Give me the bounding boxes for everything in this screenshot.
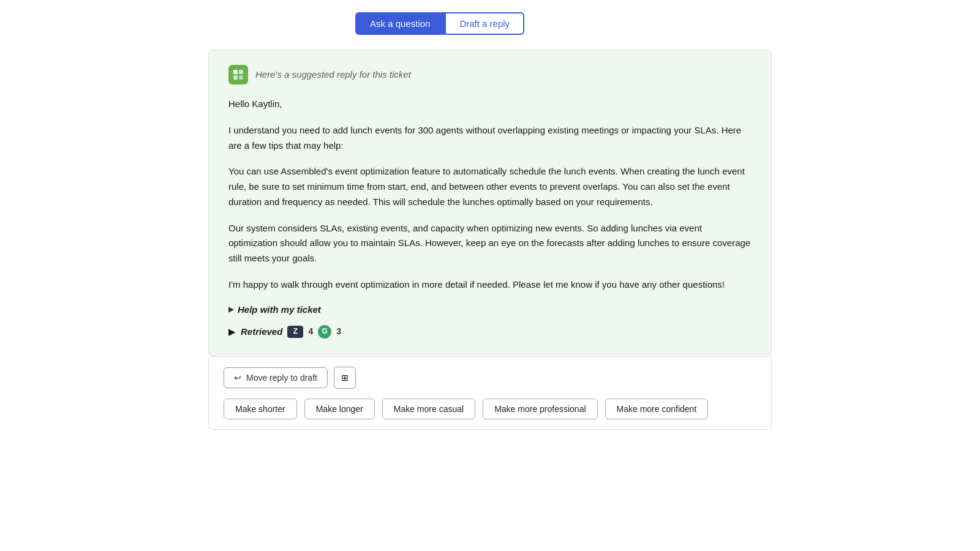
help-section[interactable]: ▶ Help with my ticket [228,302,752,317]
svg-rect-2 [233,75,238,80]
reply-paragraph-1: I understand you need to add lunch event… [228,123,752,154]
reply-paragraph-3: Our system considers SLAs, existing even… [228,221,752,266]
make-shorter-button[interactable]: Make shorter [224,399,297,419]
make-casual-button[interactable]: Make more casual [382,399,475,419]
svg-rect-0 [233,70,238,74]
retrieved-section[interactable]: ▶ Retrieved Z 4 G 3 [228,324,752,339]
action-bar: ↩ Move reply to draft ⊞ Make shorter Mak… [208,357,772,430]
svg-rect-3 [239,75,243,80]
move-reply-to-draft-button[interactable]: ↩ Move reply to draft [224,367,328,388]
badge-guru: G [318,325,331,339]
badge-zendesk: Z [287,326,303,338]
card-header-text: Here's a suggested reply for this ticket [255,67,411,82]
make-longer-button[interactable]: Make longer [304,399,375,419]
tab-draft-reply[interactable]: Draft a reply [445,12,524,35]
help-arrow-icon: ▶ [228,304,234,315]
reply-paragraph-2: You can use Assembled's event optimizati… [228,164,752,209]
make-professional-button[interactable]: Make more professional [483,399,597,419]
retrieved-arrow-icon: ▶ [228,324,236,339]
tone-buttons-row: Make shorter Make longer Make more casua… [224,399,756,419]
tab-ask-question[interactable]: Ask a question [355,12,445,35]
move-draft-label: Move reply to draft [246,373,317,383]
help-section-label: Help with my ticket [238,302,321,317]
badge-g-count: 3 [336,324,341,338]
regenerate-icon: ⊞ [341,373,349,383]
action-row-primary: ↩ Move reply to draft ⊞ [224,367,756,389]
badge-z-count: 4 [308,324,313,338]
make-confident-button[interactable]: Make more confident [605,399,709,419]
tab-bar: Ask a question Draft a reply [355,12,772,35]
card-header: Here's a suggested reply for this ticket [228,65,752,84]
svg-rect-1 [239,70,243,74]
reply-card: Here's a suggested reply for this ticket… [208,50,772,357]
reply-body: Hello Kaytlin, I understand you need to … [228,97,752,293]
regenerate-button[interactable]: ⊞ [334,367,356,389]
reply-paragraph-greeting: Hello Kaytlin, [228,97,752,112]
assembled-logo-icon [228,65,248,84]
retrieved-label: Retrieved [241,324,282,339]
reply-arrow-icon: ↩ [234,373,241,383]
reply-paragraph-4: I'm happy to walk through event optimiza… [228,277,752,293]
